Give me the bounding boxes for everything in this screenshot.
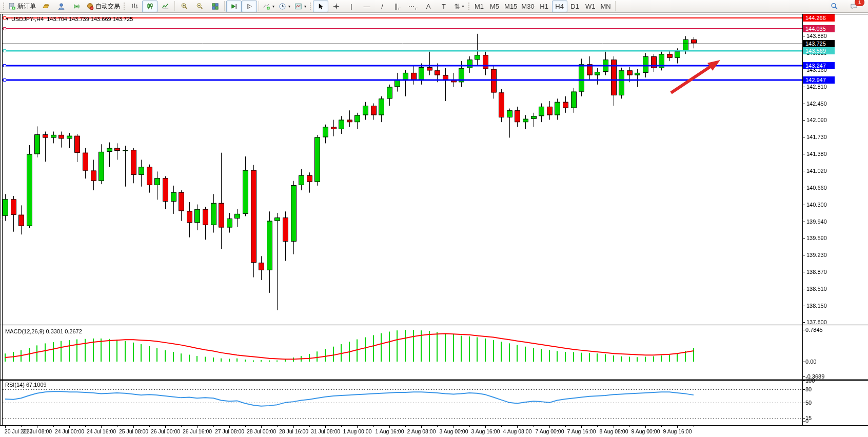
toolbar-grip bbox=[123, 2, 126, 10]
signals-button[interactable] bbox=[69, 1, 84, 12]
line-chart-button[interactable] bbox=[157, 1, 173, 12]
crosshair-button[interactable] bbox=[328, 1, 344, 12]
timeframe-m15-button-glyph: M15 bbox=[504, 3, 517, 10]
channel-button-glyph: ∥ bbox=[394, 3, 398, 10]
tile-windows-button[interactable] bbox=[207, 1, 223, 12]
dropdown-caret-icon: ▾ bbox=[288, 4, 290, 9]
person-icon bbox=[57, 3, 65, 10]
globe-icon bbox=[86, 3, 94, 10]
new-order-button-label: 新订单 bbox=[17, 2, 36, 11]
zoom-out-button[interactable] bbox=[192, 1, 207, 12]
signal-icon bbox=[73, 3, 81, 10]
search-button[interactable] bbox=[826, 1, 842, 12]
toolbar-grip bbox=[468, 2, 470, 10]
auto-scroll-button[interactable] bbox=[226, 1, 242, 12]
zoom-in-button[interactable] bbox=[176, 1, 192, 12]
channel-button[interactable]: ∥E bbox=[390, 1, 405, 12]
toolbar-separator bbox=[259, 1, 259, 11]
horizontal-line-button[interactable]: — bbox=[359, 1, 374, 12]
timeframe-m15-button[interactable]: M15 bbox=[502, 1, 519, 12]
market-button[interactable] bbox=[38, 1, 53, 12]
auto-trading-button[interactable]: 自动交易 bbox=[84, 1, 122, 12]
vertical-line-button-glyph: | bbox=[350, 3, 352, 10]
timeframe-m5-button[interactable]: M5 bbox=[487, 1, 502, 12]
fibonacci-button[interactable]: ⋯F bbox=[405, 1, 421, 12]
timeframe-m1-button-glyph: M1 bbox=[475, 3, 484, 10]
timeframe-h4-button-glyph: H4 bbox=[555, 3, 564, 10]
search-icon bbox=[831, 3, 838, 10]
timeframe-m30-button[interactable]: M30 bbox=[519, 1, 536, 12]
horizontal-line-button-glyph: — bbox=[364, 3, 370, 10]
indicators-button[interactable]: ▾ bbox=[261, 1, 277, 12]
dropdown-caret-icon: ▾ bbox=[462, 4, 464, 9]
chart-shift-button[interactable] bbox=[242, 1, 257, 12]
new-order-icon bbox=[8, 3, 16, 10]
candlestick-chart-button[interactable] bbox=[142, 1, 157, 12]
gold-bar-icon bbox=[42, 3, 50, 10]
arrows-button-glyph: ⇅ bbox=[455, 3, 460, 10]
clock-icon bbox=[279, 3, 286, 10]
timeframe-mn-button[interactable]: MN bbox=[598, 1, 614, 12]
timeframe-w1-button[interactable]: W1 bbox=[583, 1, 598, 12]
timeframe-d1-button-glyph: D1 bbox=[570, 3, 579, 10]
channel-button-letter: E bbox=[398, 7, 401, 11]
tile-windows-icon bbox=[211, 3, 219, 10]
cursor-button[interactable] bbox=[313, 1, 328, 12]
bar-chart-button[interactable] bbox=[127, 1, 142, 12]
timeframe-m30-button-glyph: M30 bbox=[521, 3, 534, 10]
timeframe-h1-button[interactable]: H1 bbox=[537, 1, 552, 12]
arrows-button[interactable]: ⇅▾ bbox=[451, 1, 467, 12]
chart-canvas[interactable] bbox=[0, 0, 868, 437]
toolbar-separator bbox=[615, 1, 616, 11]
timeframe-mn-button-glyph: MN bbox=[601, 3, 611, 10]
templates-button[interactable]: ▾ bbox=[292, 1, 308, 12]
timeframe-h4-button[interactable]: H4 bbox=[552, 1, 567, 12]
timeframe-w1-button-glyph: W1 bbox=[585, 3, 596, 10]
text-button[interactable]: A bbox=[421, 1, 436, 12]
trendline-button[interactable]: / bbox=[374, 1, 390, 12]
text-label-button[interactable]: T bbox=[436, 1, 451, 12]
timeframe-m5-button-glyph: M5 bbox=[490, 3, 499, 10]
toolbar-grip bbox=[3, 2, 5, 10]
dropdown-caret-icon: ▾ bbox=[304, 4, 306, 9]
fibonacci-button-glyph: ⋯ bbox=[408, 3, 415, 10]
bar-chart-icon bbox=[131, 3, 139, 10]
community-button[interactable] bbox=[53, 1, 69, 12]
dropdown-caret-icon: ▾ bbox=[272, 4, 274, 9]
text-label-button-glyph: T bbox=[442, 3, 446, 10]
auto-scroll-icon bbox=[230, 3, 238, 10]
auto-trading-button-label: 自动交易 bbox=[95, 2, 120, 11]
toolbar-separator bbox=[174, 1, 175, 11]
timeframe-h1-button-glyph: H1 bbox=[540, 3, 548, 10]
toolbar-grip bbox=[309, 2, 312, 10]
line-chart-icon bbox=[162, 3, 169, 10]
notifications-button[interactable]: 1 bbox=[846, 1, 861, 12]
fibonacci-button-letter: F bbox=[416, 7, 418, 11]
new-order-button[interactable]: 新订单 bbox=[6, 1, 38, 12]
trendline-button-glyph: / bbox=[381, 3, 383, 10]
timeframe-d1-button[interactable]: D1 bbox=[567, 1, 583, 12]
crosshair-icon bbox=[332, 3, 340, 10]
timeframe-m1-button[interactable]: M1 bbox=[471, 1, 487, 12]
text-button-glyph: A bbox=[426, 3, 431, 10]
cursor-icon bbox=[317, 3, 325, 10]
zoom-out-icon bbox=[196, 3, 204, 10]
toolbar: 新订单自动交易▾▾▾|—/∥E⋯FAT⇅▾M1M5M15M30H1H4D1W1M… bbox=[0, 0, 868, 13]
indicators-icon bbox=[263, 3, 270, 10]
periods-button[interactable]: ▾ bbox=[277, 1, 292, 12]
zoom-in-icon bbox=[181, 3, 188, 10]
toolbar-separator bbox=[224, 1, 225, 11]
notification-badge: 1 bbox=[855, 0, 864, 6]
vertical-line-button[interactable]: | bbox=[344, 1, 359, 12]
candlestick-icon bbox=[146, 3, 154, 10]
templates-icon bbox=[294, 3, 302, 10]
chart-shift-icon bbox=[246, 3, 253, 10]
